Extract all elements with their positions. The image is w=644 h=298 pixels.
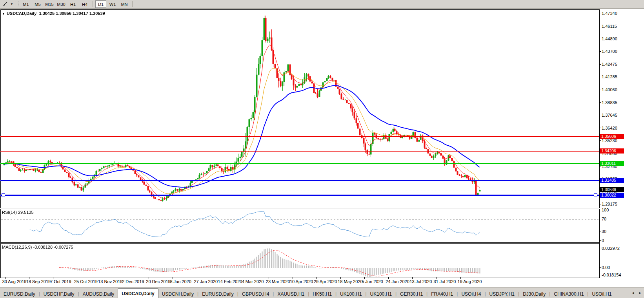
rsi-axis-label: 70 (602, 217, 606, 221)
timeframe-buttons: M1M5M15M30H1H4D1W1MN (20, 0, 135, 8)
date-axis-label[interactable]: 18 Sep 2019 (26, 279, 51, 284)
timeframe-button-w1[interactable]: W1 (107, 0, 118, 8)
symbol-tab-usdcnh[interactable]: USDCNH,Daily (158, 290, 197, 298)
symbol-tab-uk100[interactable]: UK100,H1 (367, 290, 395, 298)
date-axis-label[interactable]: 25 Oct 2019 (74, 279, 98, 284)
date-axis-tick (245, 277, 245, 279)
hline-handle-right[interactable] (594, 193, 597, 197)
price-axis-tick (599, 140, 601, 141)
toolbar-grip (16, 1, 18, 7)
date-axis-label[interactable]: 18 May 2020 (338, 279, 363, 284)
timeframe-button-m30[interactable]: M30 (56, 0, 67, 8)
timeframe-button-h4[interactable]: H4 (79, 0, 90, 8)
current-price-line (0, 190, 599, 190)
timeframe-button-m5[interactable]: M5 (32, 0, 43, 8)
price-hline-1.35606[interactable] (0, 136, 599, 137)
price-chart-canvas[interactable] (1, 10, 599, 207)
timeframe-button-m1[interactable]: M1 (20, 0, 31, 8)
line-tool-icon (2, 1, 8, 7)
date-axis-label[interactable]: 4 Mar 2020 (242, 279, 264, 284)
price-axis-tick (599, 77, 601, 77)
price-hline-1.34206[interactable] (0, 151, 599, 152)
date-axis-tick (293, 277, 293, 279)
symbol-tab-hk50[interactable]: HK50,H1 (309, 290, 335, 298)
symbol-tab-gbpusd[interactable]: GBPUSD,H4 (238, 290, 273, 298)
symbol-tab-audusd[interactable]: AUDUSD,Daily (79, 290, 118, 298)
date-axis-tick (101, 277, 101, 279)
symbol-tab-usdjpy[interactable]: USDJPY,H1 (486, 290, 518, 298)
macd-panel[interactable] (0, 243, 600, 278)
macd-axis-label: -0.018154 (602, 273, 621, 277)
date-axis-label[interactable]: 7 Oct 2019 (50, 279, 71, 284)
symbol-tab-usdchf[interactable]: USDCHF,Daily (40, 290, 78, 298)
symbol-tab-china300[interactable]: CHINA300,H1 (550, 290, 587, 298)
hline-handle-left[interactable] (2, 193, 5, 197)
date-axis-label[interactable]: 13 Jul 2020 (409, 279, 432, 284)
chart-title: ▼USDCAD,Daily 1.30425 1.30856 1.30417 1.… (2, 11, 105, 16)
chart-collapse-icon[interactable]: ▼ (2, 12, 5, 16)
date-axis-label[interactable]: 10 Apr 2020 (290, 279, 313, 284)
price-axis-label: 1.41285 (602, 74, 617, 79)
symbol-tab-eurusd[interactable]: EURUSD,Daily (0, 290, 39, 298)
timeframe-button-m15[interactable]: M15 (44, 0, 55, 8)
date-axis-tick (77, 277, 77, 279)
timeframe-button-h1[interactable]: H1 (67, 0, 78, 8)
price-hline-1.30022[interactable] (0, 195, 599, 196)
date-axis-tick (173, 277, 173, 279)
symbol-tab-fra40[interactable]: FRA40,H1 (428, 290, 457, 298)
date-axis-label[interactable]: 5 Jun 2020 (362, 279, 383, 284)
rsi-axis-label: 30 (602, 229, 606, 234)
date-axis-label[interactable]: 31 Jul 2020 (434, 279, 456, 284)
date-axis-tick (269, 277, 269, 279)
price-axis-label: 1.43700 (602, 49, 617, 54)
date-axis-label[interactable]: 20 Dec 2019 (146, 279, 170, 284)
date-axis-label[interactable]: 13 Nov 2019 (98, 279, 122, 284)
rsi-axis-tick (599, 219, 601, 219)
symbol-tab-usoil[interactable]: USOil,H4 (458, 290, 484, 298)
price-axis-tick (599, 102, 601, 103)
price-axis-tick (599, 204, 601, 204)
symbol-tab-eurusd[interactable]: EURUSD,Daily (198, 290, 237, 298)
price-axis-label: 1.40060 (602, 87, 617, 92)
timeframe-button-mn[interactable]: MN (119, 0, 130, 8)
date-axis-label[interactable]: 14 Feb 2020 (218, 279, 242, 284)
date-axis-label[interactable]: 24 Jun 2020 (386, 279, 409, 284)
macd-canvas[interactable] (1, 244, 599, 277)
date-axis-label[interactable]: 2 Dec 2019 (122, 279, 144, 284)
symbol-tab-ger30[interactable]: GER30,H1 (397, 290, 426, 298)
date-axis-label[interactable]: 23 Mar 2020 (266, 279, 290, 284)
date-axis-label[interactable]: 30 Aug 2019 (2, 279, 27, 284)
tab-scroll-left-icon[interactable]: ◄ (631, 291, 635, 295)
date-axis-label[interactable]: 19 Aug 2020 (458, 279, 482, 284)
price-hline-1.31405[interactable] (0, 180, 599, 181)
price-hline-label-1.34206: 1.34206 (600, 148, 624, 154)
line-tool-dropdown-caret[interactable]: ▼ (9, 1, 14, 8)
tab-scroll-buttons: ◄► (629, 287, 644, 298)
price-axis-label: 1.29175 (602, 202, 617, 206)
date-axis-tick (149, 277, 149, 279)
price-axis-tick (599, 13, 601, 13)
date-axis-label[interactable]: 8 Jan 2020 (170, 279, 191, 284)
price-axis-tick (599, 51, 601, 52)
price-chart-panel[interactable] (0, 9, 600, 208)
date-axis-tick (5, 277, 5, 279)
symbol-tab-usoil[interactable]: USOil,H1 (588, 290, 615, 298)
price-hline-label-1.35606: 1.35606 (600, 134, 624, 139)
price-hline-label-1.31405: 1.31405 (600, 178, 624, 183)
date-axis-label[interactable]: 27 Jan 2020 (194, 279, 218, 284)
symbol-tab-uk100[interactable]: UK100,H1 (337, 290, 365, 298)
date-axis-tick (388, 277, 389, 279)
price-hline-1.33011[interactable] (0, 163, 599, 164)
date-axis-label[interactable]: 29 Apr 2020 (314, 279, 337, 284)
tab-scroll-right-icon[interactable]: ► (638, 291, 642, 295)
line-tool-button[interactable] (1, 1, 9, 8)
symbol-tab-usdcad-active[interactable]: USDCAD,Daily (118, 288, 158, 298)
symbol-tab-dj30[interactable]: DJ30,Daily (519, 290, 549, 298)
rsi-canvas[interactable] (1, 209, 599, 242)
symbol-tab-xauusd[interactable]: XAUUSD,H1 (274, 290, 308, 298)
rsi-panel[interactable] (0, 209, 600, 243)
macd-axis-tick (599, 267, 601, 268)
timeframe-button-d1[interactable]: D1 (95, 0, 106, 8)
rsi-axis-tick (599, 210, 601, 210)
toolbar-separator (132, 1, 133, 7)
